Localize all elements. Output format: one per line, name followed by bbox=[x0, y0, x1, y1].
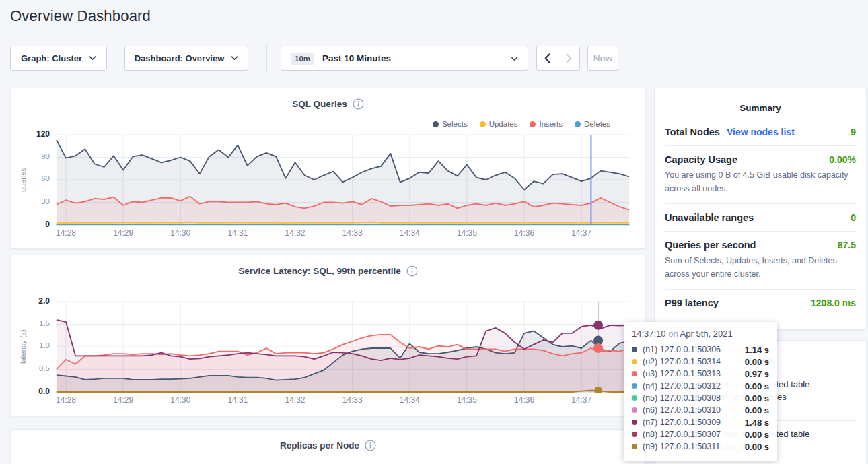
metric-label: Total Nodes bbox=[665, 127, 720, 137]
metric-label: Unavailable ranges bbox=[665, 212, 754, 223]
page-title: Overview Dashboard bbox=[10, 7, 151, 25]
x-axis-ticks: 14:2814:2914:3014:3114:3214:3314:3414:35… bbox=[56, 395, 630, 406]
node-address: (n4) 127.0.0.1:50312 bbox=[643, 381, 721, 391]
graph-dropdown[interactable]: Graph: Cluster bbox=[10, 46, 107, 71]
chevron-down-icon bbox=[89, 56, 96, 61]
x-axis-ticks: 14:2814:2914:3014:3114:3214:3314:3414:35… bbox=[56, 228, 630, 239]
x-tick: 14:30 bbox=[170, 228, 190, 238]
tooltip-row: (n4) 127.0.0.1:503120.00 s bbox=[632, 380, 769, 392]
chevron-down-icon bbox=[511, 53, 518, 63]
next-time-button[interactable] bbox=[558, 46, 579, 70]
x-tick: 14:29 bbox=[113, 228, 133, 238]
y-axis-ticks: 0306090120 bbox=[11, 134, 50, 226]
legend-item-selects[interactable]: Selects bbox=[433, 120, 468, 128]
summary-metric: Unavailable ranges0 bbox=[665, 203, 856, 231]
x-tick: 14:35 bbox=[457, 228, 477, 238]
node-address: (n5) 127.0.0.1:50308 bbox=[643, 393, 721, 403]
sql-legend: SelectsUpdatesInsertsDeletes bbox=[433, 120, 610, 128]
node-address: (n3) 127.0.0.1:50313 bbox=[643, 369, 721, 378]
node-color-dot bbox=[632, 420, 637, 425]
replicas-per-node-panel: Replicas per Node bbox=[10, 429, 646, 464]
legend-item-deletes[interactable]: Deletes bbox=[575, 120, 610, 128]
node-color-dot bbox=[632, 383, 637, 389]
metric-description: You are using 0 B of 4.5 GiB usable disk… bbox=[665, 168, 856, 195]
node-address: (n6) 127.0.0.1:50310 bbox=[643, 405, 721, 415]
node-latency-value: 0.00 s bbox=[745, 405, 769, 416]
dashboard-dropdown[interactable]: Dashboard: Overview bbox=[124, 46, 248, 71]
time-nav-group bbox=[536, 46, 580, 71]
chevron-down-icon bbox=[231, 56, 238, 61]
y-axis-ticks: 0.00.51.01.52.0 bbox=[11, 301, 50, 393]
x-tick: 14:37 bbox=[571, 395, 591, 405]
tooltip-row: (n2) 127.0.0.1:503140.00 s bbox=[632, 356, 769, 368]
tooltip-row: (n8) 127.0.0.1:503070.00 s bbox=[632, 428, 769, 440]
legend-label: Inserts bbox=[539, 120, 563, 128]
tooltip-on: on bbox=[668, 329, 678, 339]
metric-label: Queries per second bbox=[665, 240, 756, 251]
tooltip-row: (n6) 127.0.0.1:503100.00 s bbox=[632, 404, 769, 416]
sql-queries-chart[interactable] bbox=[56, 134, 630, 226]
legend-item-inserts[interactable]: Inserts bbox=[530, 120, 563, 128]
tooltip-row: (n1) 127.0.0.1:503061.14 s bbox=[632, 343, 769, 356]
legend-label: Selects bbox=[442, 120, 468, 128]
info-icon[interactable] bbox=[365, 440, 376, 451]
y-tick: 0.5 bbox=[11, 364, 50, 372]
y-tick: 1.0 bbox=[11, 341, 50, 350]
summary-metric: Capacity Usage0.00%You are using 0 B of … bbox=[665, 145, 856, 203]
time-range-dropdown[interactable]: 10m Past 10 Minutes bbox=[281, 46, 528, 71]
node-latency-value: 1.14 s bbox=[745, 345, 769, 355]
x-tick: 14:33 bbox=[342, 228, 363, 238]
summary-metric: Total NodesView nodes list9 bbox=[665, 119, 856, 145]
info-icon[interactable] bbox=[353, 98, 364, 110]
node-color-dot bbox=[632, 407, 637, 413]
node-address: (n1) 127.0.0.1:50306 bbox=[643, 345, 721, 354]
chevron-right-icon bbox=[566, 53, 572, 63]
chevron-left-icon bbox=[544, 53, 550, 63]
node-color-dot bbox=[632, 444, 637, 449]
info-icon[interactable] bbox=[406, 265, 418, 277]
y-tick: 2.0 bbox=[11, 296, 50, 306]
graph-dropdown-label: Graph: Cluster bbox=[21, 53, 82, 63]
metric-value: 0.00% bbox=[829, 154, 856, 165]
x-tick: 14:32 bbox=[285, 228, 305, 238]
summary-metric: Queries per second87.5Sum of Selects, Up… bbox=[665, 231, 856, 289]
x-tick: 14:34 bbox=[400, 395, 420, 405]
node-color-dot bbox=[632, 371, 637, 376]
chart-title: Replicas per Node bbox=[280, 440, 359, 451]
tooltip-row: (n3) 127.0.0.1:503130.97 s bbox=[632, 368, 769, 380]
metric-label: Capacity Usage bbox=[665, 154, 737, 165]
node-color-dot bbox=[632, 347, 637, 352]
x-tick: 14:36 bbox=[514, 395, 534, 405]
dashboard-dropdown-label: Dashboard: Overview bbox=[135, 53, 225, 63]
metric-value: 1208.0 ms bbox=[811, 298, 856, 308]
x-tick: 14:31 bbox=[227, 228, 248, 238]
node-latency-value: 0.97 s bbox=[745, 369, 769, 379]
node-address: (n9) 127.0.0.1:50311 bbox=[643, 442, 720, 451]
service-latency-chart[interactable] bbox=[56, 301, 630, 393]
metric-description: Sum of Selects, Updates, Inserts, and De… bbox=[665, 254, 856, 281]
time-range-badge: 10m bbox=[291, 53, 314, 65]
node-color-dot bbox=[632, 359, 637, 364]
legend-item-updates[interactable]: Updates bbox=[480, 120, 518, 128]
service-latency-panel: Service Latency: SQL, 99th percentile la… bbox=[10, 255, 646, 416]
legend-dot bbox=[433, 121, 439, 127]
y-tick: 120 bbox=[11, 129, 50, 139]
x-tick: 14:28 bbox=[56, 395, 76, 405]
node-address: (n7) 127.0.0.1:50309 bbox=[643, 418, 721, 427]
node-latency-value: 1.48 s bbox=[745, 418, 769, 428]
tooltip-time: 14:37:10 bbox=[632, 329, 666, 339]
x-tick: 14:33 bbox=[342, 395, 363, 405]
metric-value: 87.5 bbox=[838, 240, 856, 251]
y-tick: 0 bbox=[11, 220, 50, 229]
node-latency-value: 0.00 s bbox=[745, 357, 769, 367]
prev-time-button[interactable] bbox=[537, 46, 558, 70]
metric-value: 9 bbox=[851, 127, 856, 137]
y-tick: 90 bbox=[11, 152, 50, 160]
view-nodes-list-link[interactable]: View nodes list bbox=[727, 127, 795, 137]
tooltip-row: (n5) 127.0.0.1:503080.00 s bbox=[632, 392, 769, 404]
tooltip-row: (n7) 127.0.0.1:503091.48 s bbox=[632, 416, 769, 428]
y-tick: 30 bbox=[11, 197, 50, 205]
now-button[interactable]: Now bbox=[587, 46, 618, 71]
node-address: (n2) 127.0.0.1:50314 bbox=[643, 357, 721, 366]
x-tick: 14:37 bbox=[571, 228, 591, 238]
